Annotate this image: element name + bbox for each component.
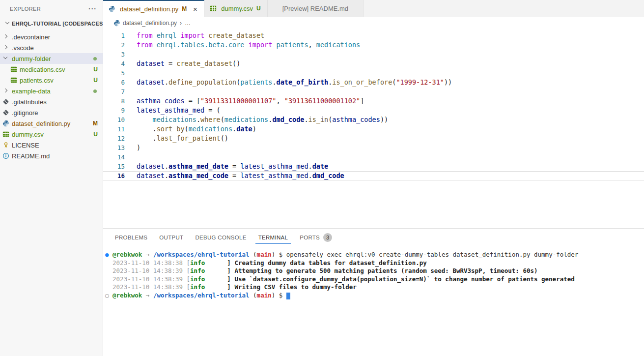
code-token: dataset (137, 172, 165, 179)
code-token: . (137, 134, 157, 142)
code-line-8: 8asthma_codes = ["39113311000001107", "3… (103, 96, 644, 106)
code-token: patients (240, 78, 272, 86)
code-token: asthma_codes (137, 97, 185, 105)
line-number: 1 (103, 31, 125, 40)
chevron-down-icon (4, 20, 12, 28)
code-token: date (312, 162, 329, 170)
tree-item-medications-csv[interactable]: medications.csvU (0, 64, 103, 75)
code-line-14: 14 (103, 152, 644, 162)
panel-tab-problems[interactable]: PROBLEMS (112, 231, 150, 244)
code-token: ehrql (157, 31, 177, 39)
tab--preview-readme-md[interactable]: [Preview] README.md (268, 0, 364, 17)
terminal-line-1: ● @rebkwok → /workspaces/ehrql-tutorial … (105, 251, 644, 259)
python-icon (2, 119, 10, 127)
tree-item-license[interactable]: LICENSE (0, 140, 103, 150)
tree-item-label: LICENSE (12, 142, 103, 149)
prompt-user: @rebkwok (112, 292, 142, 299)
code-token: "39113311000001107" (200, 97, 276, 105)
code-token: . (308, 172, 312, 179)
panel-tab-terminal[interactable]: TERMINAL (255, 231, 291, 244)
panel-tab-label: OUTPUT (159, 235, 183, 240)
editor-tab-bar: dataset_definition.pyM×dummy.csvU[Previe… (103, 0, 644, 17)
code-text: latest_asthma_med = ( (125, 106, 221, 115)
panel-tab-ports[interactable]: PORTS3 (297, 229, 335, 245)
code-line-12: 12 .last_for_patient() (103, 134, 644, 143)
line-number: 5 (103, 68, 125, 78)
python-icon (113, 19, 121, 27)
code-token: is_on_or_before (332, 78, 392, 86)
indent-guide (13, 64, 13, 75)
code-token: . (137, 125, 157, 133)
close-icon[interactable]: × (191, 5, 199, 13)
more-actions-icon[interactable]: ··· (88, 5, 97, 13)
log-message: ] Creating dummy data tables for dataset… (205, 259, 427, 267)
code-token: , (277, 97, 284, 105)
code-token: "1999-12-31" (396, 78, 444, 86)
terminal-line-4: 2023-11-10 14:38:39 [info ] Use `dataset… (105, 275, 644, 284)
code-token: asthma_codes (332, 116, 380, 123)
tree-item-label: patients.csv (20, 77, 93, 84)
code-token: )) (444, 78, 452, 86)
line-number: 15 (103, 162, 125, 171)
editor-and-panel: dataset_definition.pyM×dummy.csvU[Previe… (103, 0, 644, 356)
tree-item-dummy-csv[interactable]: dummy.csvU (0, 129, 103, 140)
terminal-text (109, 292, 113, 299)
terminal-text (109, 251, 113, 258)
terminal-cursor (286, 293, 290, 299)
code-text: from ehrql.tables.beta.core import patie… (125, 40, 360, 50)
code-token: define_population (168, 78, 236, 86)
panel-tab-label: DEBUG CONSOLE (195, 235, 246, 240)
terminal-text: ( (250, 292, 257, 299)
code-token: medications (316, 41, 360, 49)
tree-item-dummy-folder[interactable]: dummy-folder (0, 53, 103, 64)
code-line-15: 15dataset.asthma_med_date = latest_asthm… (103, 162, 644, 171)
tree-item--gitattributes[interactable]: .gitattributes (0, 96, 103, 107)
breadcrumb[interactable]: dataset_definition.py › … (103, 17, 644, 29)
bottom-panel: PROBLEMSOUTPUTDEBUG CONSOLETERMINALPORTS… (103, 228, 644, 356)
tree-item--vscode[interactable]: .vscode (0, 42, 103, 53)
tree-item-patients-csv[interactable]: patients.csvU (0, 75, 103, 86)
panel-tab-debug-console[interactable]: DEBUG CONSOLE (192, 231, 249, 244)
terminal[interactable]: ● @rebkwok → /workspaces/ehrql-tutorial … (103, 246, 644, 356)
code-token: date_of_birth (277, 78, 329, 86)
code-token: . (196, 116, 200, 123)
chevron-right-icon (2, 44, 10, 52)
code-text: dataset.asthma_med_date = latest_asthma_… (125, 162, 328, 171)
line-number: 4 (103, 59, 125, 68)
tree-item-example-data[interactable]: example-data (0, 86, 103, 96)
git-changes-dot (93, 89, 97, 93)
tab-dummy-csv[interactable]: dummy.csvU (204, 0, 267, 17)
tree-item--devcontainer[interactable]: .devcontainer (0, 31, 103, 42)
code-token: , (308, 41, 316, 49)
log-timestamp: 2023-11-10 14:38:39 [ (105, 275, 190, 283)
code-token: ] (360, 97, 364, 105)
panel-tab-output[interactable]: OUTPUT (156, 231, 186, 244)
tree-item-label: README.md (12, 152, 103, 160)
code-token: )) (380, 116, 388, 123)
code-text: .sort_by(medications.date) (125, 124, 256, 134)
code-line-3: 3 (103, 50, 644, 59)
terminal-text (142, 251, 146, 258)
tab-dataset-definition-py[interactable]: dataset_definition.pyM× (103, 0, 204, 17)
code-token: import (249, 41, 273, 49)
table-icon (209, 4, 217, 12)
code-line-10: 10 medications.where(medications.dmd_cod… (103, 115, 644, 124)
code-token: asthma_med_date (168, 162, 228, 170)
workspace-section-header[interactable]: EHRQL-TUTORIAL [CODESPACES:... (0, 18, 103, 30)
tree-item-dataset-definition-py[interactable]: dataset_definition.pyM (0, 118, 103, 129)
code-token: ( (185, 125, 189, 133)
code-token: = ( (204, 106, 221, 114)
code-token: create_dataset (176, 59, 232, 67)
code-token: . (165, 78, 168, 86)
breadcrumb-file[interactable]: dataset_definition.py (123, 20, 177, 27)
tree-item--gitignore[interactable]: .gitignore (0, 107, 103, 118)
code-editor[interactable]: 1from ehrql import create_dataset2from e… (103, 29, 644, 228)
tree-item-readme-md[interactable]: README.md (0, 150, 103, 161)
log-timestamp: 2023-11-10 14:38:38 [ (105, 259, 190, 267)
tree-item-label: .gitignore (12, 109, 103, 117)
code-token: = (228, 162, 240, 170)
code-line-6: 6dataset.define_population(patients.date… (103, 78, 644, 87)
breadcrumb-more[interactable]: … (185, 20, 191, 27)
log-message: ] Attempting to generate 500 matching pa… (205, 267, 537, 274)
code-token: create_dataset (208, 31, 264, 39)
